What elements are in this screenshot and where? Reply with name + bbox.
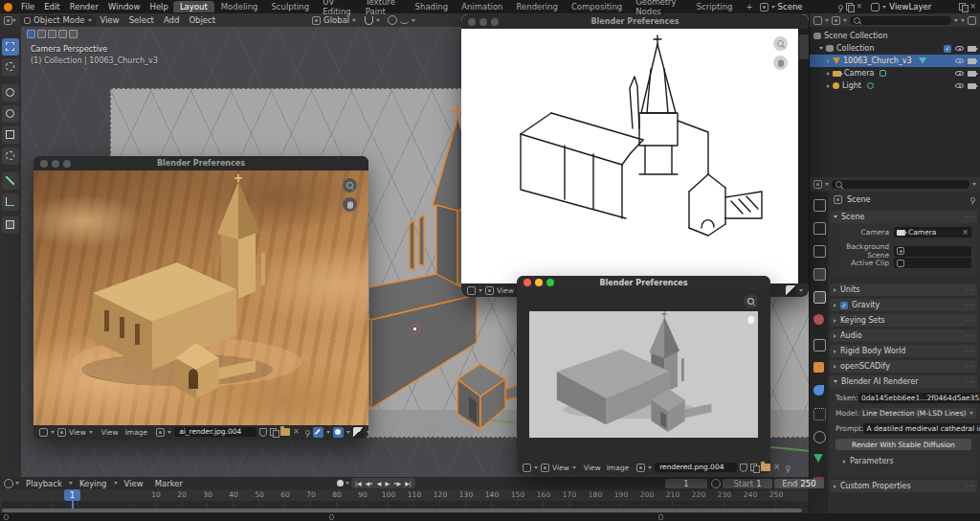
image-menu[interactable]: Image [607,464,630,472]
playback-menu[interactable]: Playback [21,479,67,488]
workspace-tab-compositing[interactable]: Compositing [565,1,629,12]
menu-help[interactable]: Help [145,2,172,11]
keying-menu[interactable]: Keying [75,479,112,488]
tab-particles[interactable] [813,408,826,420]
view-mode-label[interactable]: View [69,428,86,437]
timeline-channel-area[interactable] [0,501,809,508]
viewlayer-icon[interactable] [871,3,880,11]
delete-scene-icon[interactable]: × [857,3,863,11]
scene-icon[interactable] [760,3,768,11]
minimize-icon[interactable] [52,160,59,168]
properties-editor-icon[interactable] [813,180,822,189]
hide-viewport-icon[interactable] [955,58,964,63]
new-scene-icon[interactable] [846,3,854,11]
token-field[interactable]: 0da145ebb6ee1...2f0464d5ae352e [858,393,980,403]
timeline-editor-icon[interactable] [4,479,13,488]
scene-name-field[interactable]: Scene [778,2,835,11]
timeline-scrollbar[interactable] [2,509,802,512]
new-image-icon[interactable] [750,464,758,472]
tab-view-layer[interactable] [813,268,826,281]
tab-collection[interactable] [813,339,826,351]
image-mode-icon[interactable] [485,286,494,295]
view-mode-label[interactable]: View [552,464,569,472]
tab-tool[interactable] [813,199,826,212]
collection-checkbox[interactable] [944,45,951,53]
panel-scene[interactable]: Scene⋯ [830,211,977,223]
use-preview-range-icon[interactable] [711,479,721,488]
editor-type-dropdown-icon[interactable] [12,19,16,22]
editor-type-icon[interactable] [4,16,12,25]
zoom-icon[interactable] [491,18,499,26]
object-menu[interactable]: Object [184,15,220,25]
outliner-options-icon[interactable] [968,16,976,25]
pin-icon[interactable] [305,430,310,435]
add-cube-tool[interactable] [2,216,19,234]
delete-viewlayer-icon[interactable]: × [969,3,976,11]
pan-hand-icon[interactable] [343,197,357,212]
panel-custom-properties[interactable]: Custom Properties⋯ [830,480,977,492]
disable-render-icon[interactable] [968,58,976,64]
workspace-tab-modeling[interactable]: Modeling [214,1,265,12]
end-frame-field[interactable]: End250 [774,479,824,488]
panel-units[interactable]: Units⋯ [830,283,977,296]
shading-toggle-icon[interactable] [37,30,46,38]
view-menu[interactable]: View [96,15,124,25]
workspace-tab-scripting[interactable]: Scripting [690,1,740,12]
blender-logo-icon[interactable] [4,3,12,11]
play-reverse-icon[interactable]: ◀ [377,480,382,487]
tab-modifiers[interactable] [813,385,824,396]
hide-viewport-icon[interactable] [955,83,964,88]
timeline-ruler[interactable]: 10 20 30 40 50 60 70 80 90 100 110 120 1… [0,489,809,501]
play-icon[interactable]: ▶ [385,480,390,487]
render-stable-diffusion-button[interactable]: Render With Stable Diffusion [835,439,971,450]
image-datablock-icon[interactable] [156,428,165,437]
pan-hand-icon[interactable] [773,56,788,70]
properties-options-icon[interactable] [972,183,976,186]
image-name-field[interactable]: ai_render.jpg.004 [174,427,256,437]
add-menu[interactable]: Add [159,15,184,25]
tab-object[interactable] [813,362,824,373]
pin-id-icon[interactable] [970,197,975,202]
add-workspace-button[interactable]: + [739,1,759,12]
fake-user-icon[interactable] [740,464,747,472]
window-titlebar[interactable]: Blender Preferences [517,276,770,289]
cursor-tool[interactable] [2,58,19,76]
workspace-tab-texture-paint[interactable]: Texture Paint [359,0,409,17]
pin-scene-icon[interactable] [838,5,843,10]
scene-dropdown-icon[interactable] [771,6,775,9]
view-mode-label[interactable]: View [497,286,514,295]
rotate-tool[interactable] [2,105,19,123]
background-scene-field[interactable] [894,246,971,257]
tab-scene[interactable] [813,291,826,304]
marker-menu[interactable]: Marker [150,479,188,488]
shading-toggle-icon[interactable] [48,30,56,38]
open-image-icon[interactable] [761,464,770,471]
zoom-icon[interactable] [546,279,554,286]
viewlayer-name-field[interactable]: ViewLayer [889,2,956,11]
prompt-field[interactable]: A deatiled medieval cathedral in the... [863,423,980,434]
model-dropdown[interactable]: Line Detection (M-LSD Lines) [859,408,976,419]
editor-type-icon[interactable] [467,286,476,295]
jump-to-start-icon[interactable]: |◀ [355,480,362,487]
panel-gravity[interactable]: Gravity⋯ [830,299,977,311]
tab-data[interactable] [813,454,823,463]
shading-toggle-icon[interactable] [69,30,78,38]
filter-funnel-icon[interactable] [954,19,958,22]
zoom-in-icon[interactable] [773,36,788,51]
window-titlebar[interactable]: Blender Preferences [33,156,368,170]
hide-viewport-icon[interactable] [955,46,964,51]
editor-type-icon[interactable] [39,428,48,437]
clear-camera-icon[interactable]: × [962,229,969,237]
menu-file[interactable]: File [16,2,39,11]
image-mode-icon[interactable] [57,428,66,437]
outliner-row-church[interactable]: 10063_Church_v3 [810,55,980,67]
auto-keying-record-icon[interactable] [337,480,344,487]
unlink-image-icon[interactable]: × [773,464,780,471]
mode-selector[interactable]: Object Mode [20,15,96,26]
render-slot-icon[interactable] [333,427,344,438]
gravity-checkbox[interactable] [840,302,848,309]
cursor-3d[interactable] [410,324,420,334]
prev-keyframe-icon[interactable]: ◀• [366,480,373,487]
display-channels-icon[interactable] [353,427,364,438]
start-frame-field[interactable]: Start1 [723,479,772,488]
